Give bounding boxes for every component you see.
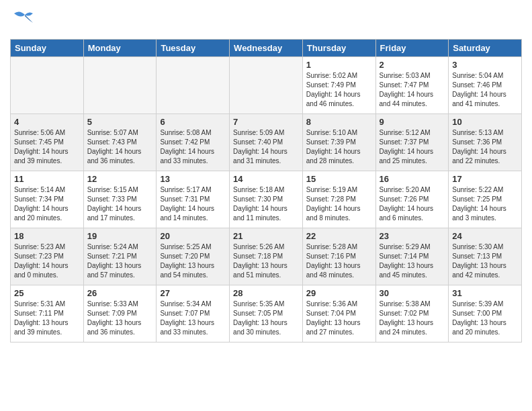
day-number: 15	[306, 174, 372, 184]
calendar-cell: 27Sunrise: 5:34 AM Sunset: 7:07 PM Dayli…	[157, 285, 230, 342]
calendar-week-5: 25Sunrise: 5:31 AM Sunset: 7:11 PM Dayli…	[11, 285, 522, 342]
col-saturday: Saturday	[449, 40, 522, 57]
calendar-cell: 14Sunrise: 5:18 AM Sunset: 7:30 PM Dayli…	[230, 171, 303, 228]
calendar-cell: 31Sunrise: 5:39 AM Sunset: 7:00 PM Dayli…	[449, 285, 522, 342]
day-info: Sunrise: 5:29 AM Sunset: 7:14 PM Dayligh…	[380, 242, 445, 280]
calendar-cell: 21Sunrise: 5:26 AM Sunset: 7:18 PM Dayli…	[230, 228, 303, 285]
day-info: Sunrise: 5:31 AM Sunset: 7:11 PM Dayligh…	[14, 300, 80, 337]
day-info: Sunrise: 5:33 AM Sunset: 7:09 PM Dayligh…	[87, 300, 153, 337]
day-number: 29	[306, 288, 372, 298]
col-tuesday: Tuesday	[157, 40, 230, 57]
calendar-cell: 2Sunrise: 5:03 AM Sunset: 7:47 PM Daylig…	[375, 57, 449, 114]
day-info: Sunrise: 5:30 AM Sunset: 7:13 PM Dayligh…	[452, 242, 518, 280]
day-number: 8	[306, 117, 372, 127]
calendar-cell	[157, 57, 230, 114]
day-info: Sunrise: 5:22 AM Sunset: 7:25 PM Dayligh…	[452, 185, 518, 223]
day-info: Sunrise: 5:19 AM Sunset: 7:28 PM Dayligh…	[306, 185, 372, 223]
calendar-cell	[83, 57, 157, 114]
day-number: 21	[233, 231, 299, 241]
calendar-cell: 6Sunrise: 5:08 AM Sunset: 7:42 PM Daylig…	[157, 114, 230, 171]
calendar-cell: 15Sunrise: 5:19 AM Sunset: 7:28 PM Dayli…	[302, 171, 375, 228]
day-number: 25	[14, 288, 80, 298]
day-info: Sunrise: 5:04 AM Sunset: 7:46 PM Dayligh…	[452, 71, 518, 109]
day-number: 13	[160, 174, 226, 184]
calendar-cell: 7Sunrise: 5:09 AM Sunset: 7:40 PM Daylig…	[230, 114, 303, 171]
calendar-week-3: 11Sunrise: 5:14 AM Sunset: 7:34 PM Dayli…	[11, 171, 522, 228]
day-number: 16	[380, 174, 445, 184]
day-number: 4	[14, 117, 80, 127]
header-row: Sunday Monday Tuesday Wednesday Thursday…	[11, 40, 522, 57]
col-sunday: Sunday	[11, 40, 84, 57]
day-info: Sunrise: 5:08 AM Sunset: 7:42 PM Dayligh…	[160, 128, 226, 166]
day-info: Sunrise: 5:09 AM Sunset: 7:40 PM Dayligh…	[233, 128, 299, 166]
page-container: Sunday Monday Tuesday Wednesday Thursday…	[0, 0, 532, 346]
day-info: Sunrise: 5:15 AM Sunset: 7:33 PM Dayligh…	[87, 185, 153, 223]
day-number: 12	[87, 174, 153, 184]
calendar-week-1: 1Sunrise: 5:02 AM Sunset: 7:49 PM Daylig…	[11, 57, 522, 114]
day-info: Sunrise: 5:07 AM Sunset: 7:43 PM Dayligh…	[87, 128, 153, 166]
col-wednesday: Wednesday	[230, 40, 303, 57]
calendar-week-2: 4Sunrise: 5:06 AM Sunset: 7:45 PM Daylig…	[11, 114, 522, 171]
day-number: 6	[160, 117, 226, 127]
day-info: Sunrise: 5:13 AM Sunset: 7:36 PM Dayligh…	[452, 128, 518, 166]
day-number: 28	[233, 288, 299, 298]
day-number: 27	[160, 288, 226, 298]
day-number: 3	[452, 60, 518, 70]
day-info: Sunrise: 5:28 AM Sunset: 7:16 PM Dayligh…	[306, 242, 372, 280]
calendar-cell: 8Sunrise: 5:10 AM Sunset: 7:39 PM Daylig…	[302, 114, 375, 171]
calendar-cell: 28Sunrise: 5:35 AM Sunset: 7:05 PM Dayli…	[230, 285, 303, 342]
day-info: Sunrise: 5:23 AM Sunset: 7:23 PM Dayligh…	[14, 242, 80, 280]
day-number: 10	[452, 117, 518, 127]
day-info: Sunrise: 5:14 AM Sunset: 7:34 PM Dayligh…	[14, 185, 80, 223]
calendar-cell: 16Sunrise: 5:20 AM Sunset: 7:26 PM Dayli…	[375, 171, 449, 228]
calendar-cell: 23Sunrise: 5:29 AM Sunset: 7:14 PM Dayli…	[375, 228, 449, 285]
day-info: Sunrise: 5:17 AM Sunset: 7:31 PM Dayligh…	[160, 185, 226, 223]
day-number: 26	[87, 288, 153, 298]
day-number: 31	[452, 288, 518, 298]
day-number: 23	[380, 231, 445, 241]
col-friday: Friday	[375, 40, 449, 57]
day-number: 20	[160, 231, 226, 241]
calendar-cell: 1Sunrise: 5:02 AM Sunset: 7:49 PM Daylig…	[302, 57, 375, 114]
day-info: Sunrise: 5:20 AM Sunset: 7:26 PM Dayligh…	[380, 185, 445, 223]
logo-icon	[10, 7, 34, 31]
day-number: 7	[233, 117, 299, 127]
col-thursday: Thursday	[302, 40, 375, 57]
day-info: Sunrise: 5:36 AM Sunset: 7:04 PM Dayligh…	[306, 300, 372, 337]
calendar-cell: 11Sunrise: 5:14 AM Sunset: 7:34 PM Dayli…	[11, 171, 84, 228]
calendar-cell: 26Sunrise: 5:33 AM Sunset: 7:09 PM Dayli…	[83, 285, 157, 342]
calendar-cell: 4Sunrise: 5:06 AM Sunset: 7:45 PM Daylig…	[11, 114, 84, 171]
day-info: Sunrise: 5:26 AM Sunset: 7:18 PM Dayligh…	[233, 242, 299, 280]
day-info: Sunrise: 5:24 AM Sunset: 7:21 PM Dayligh…	[87, 242, 153, 280]
day-number: 30	[380, 288, 445, 298]
logo	[10, 7, 37, 34]
day-number: 14	[233, 174, 299, 184]
calendar-week-4: 18Sunrise: 5:23 AM Sunset: 7:23 PM Dayli…	[11, 228, 522, 285]
day-number: 19	[87, 231, 153, 241]
calendar-cell: 9Sunrise: 5:12 AM Sunset: 7:37 PM Daylig…	[375, 114, 449, 171]
day-number: 22	[306, 231, 372, 241]
svg-rect-0	[10, 7, 34, 31]
day-info: Sunrise: 5:34 AM Sunset: 7:07 PM Dayligh…	[160, 300, 226, 337]
day-info: Sunrise: 5:25 AM Sunset: 7:20 PM Dayligh…	[160, 242, 226, 280]
day-info: Sunrise: 5:18 AM Sunset: 7:30 PM Dayligh…	[233, 185, 299, 223]
calendar-cell: 29Sunrise: 5:36 AM Sunset: 7:04 PM Dayli…	[302, 285, 375, 342]
day-number: 1	[306, 60, 372, 70]
day-info: Sunrise: 5:10 AM Sunset: 7:39 PM Dayligh…	[306, 128, 372, 166]
day-number: 5	[87, 117, 153, 127]
day-number: 9	[380, 117, 445, 127]
calendar-cell: 18Sunrise: 5:23 AM Sunset: 7:23 PM Dayli…	[11, 228, 84, 285]
day-number: 18	[14, 231, 80, 241]
header	[10, 7, 522, 34]
calendar-cell: 13Sunrise: 5:17 AM Sunset: 7:31 PM Dayli…	[157, 171, 230, 228]
col-monday: Monday	[83, 40, 157, 57]
calendar-cell: 3Sunrise: 5:04 AM Sunset: 7:46 PM Daylig…	[449, 57, 522, 114]
day-number: 24	[452, 231, 518, 241]
calendar-cell: 20Sunrise: 5:25 AM Sunset: 7:20 PM Dayli…	[157, 228, 230, 285]
calendar-cell: 19Sunrise: 5:24 AM Sunset: 7:21 PM Dayli…	[83, 228, 157, 285]
day-number: 11	[14, 174, 80, 184]
calendar-cell: 17Sunrise: 5:22 AM Sunset: 7:25 PM Dayli…	[449, 171, 522, 228]
day-info: Sunrise: 5:39 AM Sunset: 7:00 PM Dayligh…	[452, 300, 518, 337]
calendar-cell: 22Sunrise: 5:28 AM Sunset: 7:16 PM Dayli…	[302, 228, 375, 285]
calendar-cell: 5Sunrise: 5:07 AM Sunset: 7:43 PM Daylig…	[83, 114, 157, 171]
